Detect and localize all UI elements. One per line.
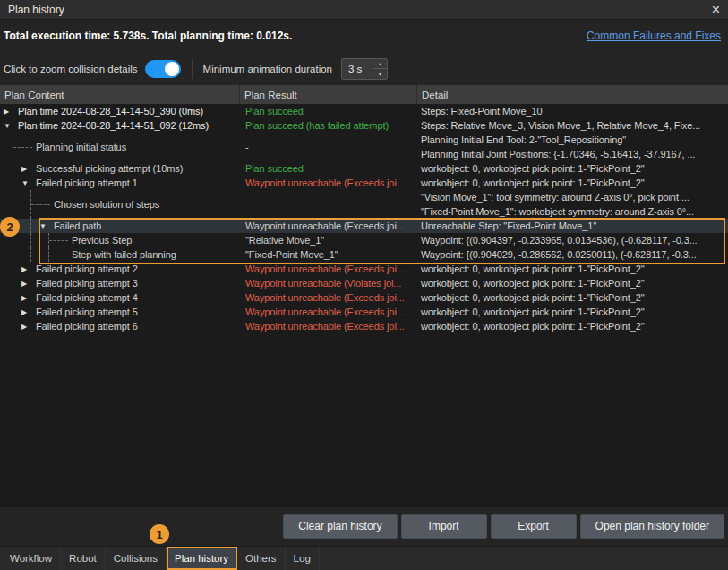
detail-line: workobject: 0, workobject pick point: 1-… — [421, 176, 726, 190]
tree-connector — [39, 190, 54, 219]
duration-value[interactable]: 3 s — [342, 59, 373, 79]
plan-result-cell: Waypoint unreachable (Exceeds joi... — [240, 176, 417, 190]
plan-result-cell: Plan succeed — [240, 104, 417, 118]
import-button[interactable]: Import — [401, 514, 487, 539]
window-title: Plan history — [8, 4, 64, 16]
detail-cell: workobject: 0, workobject pick point: 1-… — [417, 290, 728, 305]
detail-line: workobject: 0, workobject pick point: 1-… — [421, 290, 726, 305]
plan-row-failed-picking-attempt-5[interactable]: ▶Failed picking attempt 5Waypoint unreac… — [0, 305, 728, 319]
column-header-detail[interactable]: Detail — [417, 85, 728, 104]
plan-content-label: Plan time 2024-08-28_14-14-50_390 (0ms) — [18, 106, 203, 117]
plan-row-plan-time-2024-08-28-14-14-51-092-12ms[interactable]: ▼Plan time 2024-08-28_14-14-51_092 (12ms… — [0, 118, 728, 133]
tree-collapsed-icon[interactable]: ▶ — [21, 265, 36, 273]
tree-expanded-icon[interactable]: ▼ — [21, 179, 36, 187]
detail-line: Waypoint: {(0.904397, -0.233965, 0.01345… — [421, 233, 726, 247]
duration-spinbox[interactable]: 3 s ▴ ▾ — [341, 58, 388, 80]
tab-collisions[interactable]: Collisions — [106, 547, 167, 570]
plan-row-successful-picking-attempt-10ms[interactable]: ▶Successful picking attempt (10ms)Plan s… — [0, 161, 728, 176]
detail-cell: Steps: Fixed-Point Move_10 — [417, 104, 728, 118]
toggle-knob — [165, 62, 179, 76]
tree-collapsed-icon[interactable]: ▶ — [4, 108, 18, 116]
tab-others[interactable]: Others — [237, 547, 286, 570]
plan-result-cell — [240, 190, 417, 219]
plan-row-failed-picking-attempt-4[interactable]: ▶Failed picking attempt 4Waypoint unreac… — [0, 290, 728, 305]
tab-workflow[interactable]: Workflow — [2, 547, 61, 570]
tab-plan-history[interactable]: Plan history — [167, 547, 237, 570]
detail-cell: Planning Initial End Tool: 2-"Tool_Repos… — [417, 133, 728, 161]
spin-down-icon[interactable]: ▾ — [373, 69, 387, 79]
tree-guide — [4, 262, 21, 276]
plan-row-failed-picking-attempt-3[interactable]: ▶Failed picking attempt 3Waypoint unreac… — [0, 276, 728, 290]
zoom-collision-toggle[interactable] — [145, 60, 181, 78]
tree-collapsed-icon[interactable]: ▶ — [21, 165, 36, 173]
tree-connector — [21, 133, 36, 161]
detail-line: "Fixed-Point Move_1": workobject symmetr… — [421, 204, 726, 219]
plan-row-failed-picking-attempt-6[interactable]: ▶Failed picking attempt 6Waypoint unreac… — [0, 319, 728, 333]
plan-content-label: Planning initial status — [36, 142, 126, 152]
detail-cell: "Vision Move_1": tool symmetry: around Z… — [417, 190, 728, 219]
detail-line: workobject: 0, workobject pick point: 1-… — [421, 161, 726, 176]
plan-row-failed-picking-attempt-1[interactable]: ▼Failed picking attempt 1Waypoint unreac… — [0, 176, 728, 190]
detail-cell: workobject: 0, workobject pick point: 1-… — [417, 305, 728, 319]
detail-line: Steps: Fixed-Point Move_10 — [421, 104, 726, 118]
plan-row-failed-picking-attempt-2[interactable]: ▶Failed picking attempt 2Waypoint unreac… — [0, 262, 728, 276]
tree-guide — [21, 219, 39, 233]
plan-content-label: Failed path — [54, 220, 101, 231]
animation-duration-label: Minimum animation duration — [203, 64, 332, 74]
tree-guide — [4, 276, 21, 290]
tree-collapsed-icon[interactable]: ▶ — [21, 308, 36, 316]
tree-guide — [4, 290, 21, 305]
tree-expanded-icon[interactable]: ▼ — [4, 122, 18, 130]
tree-guide — [4, 247, 21, 262]
plan-result-cell: "Fixed-Point Move_1" — [240, 247, 417, 262]
spinner-buttons: ▴ ▾ — [373, 59, 387, 79]
detail-line: "Vision Move_1": tool symmetry: around Z… — [421, 190, 726, 204]
plan-row-chosen-solution-of-steps[interactable]: Chosen solution of steps"Vision Move_1":… — [0, 190, 728, 219]
plan-row-plan-time-2024-08-28-14-14-50-390-0ms[interactable]: ▶Plan time 2024-08-28_14-14-50_390 (0ms)… — [0, 104, 728, 118]
tree-guide — [4, 305, 21, 319]
tree-collapsed-icon[interactable]: ▶ — [21, 323, 36, 331]
open-plan-history-folder-button[interactable]: Open plan history folder — [580, 514, 724, 539]
detail-cell: Waypoint: {(0.904397, -0.233965, 0.01345… — [417, 233, 728, 247]
column-header-plan-content[interactable]: Plan Content — [0, 85, 240, 104]
tree-collapsed-icon[interactable]: ▶ — [21, 280, 36, 288]
spin-up-icon[interactable]: ▴ — [373, 59, 387, 70]
plan-result-cell: Plan succeed — [240, 161, 417, 176]
annotation-circle-1: 1 — [150, 524, 169, 544]
plan-row-failed-path[interactable]: ▼Failed pathWaypoint unreachable (Exceed… — [0, 219, 728, 233]
tab-log[interactable]: Log — [286, 547, 320, 570]
plan-row-planning-initial-status[interactable]: Planning initial status-Planning Initial… — [0, 133, 728, 161]
plan-result-cell: - — [240, 133, 417, 161]
detail-cell: workobject: 0, workobject pick point: 1-… — [417, 161, 728, 176]
common-failures-link[interactable]: Common Failures and Fixes — [587, 30, 721, 42]
total-time-text: Total execution time: 5.738s. Total plan… — [4, 30, 292, 42]
plan-result-cell: Waypoint unreachable (Exceeds joi... — [240, 290, 417, 305]
close-icon[interactable]: × — [712, 3, 720, 17]
detail-cell: Waypoint: {(0.904029, -0.286562, 0.02500… — [417, 247, 728, 262]
plan-row-step-with-failed-planning[interactable]: Step with failed planning"Fixed-Point Mo… — [0, 247, 728, 262]
summary-bar: Total execution time: 5.738s. Total plan… — [0, 20, 728, 52]
plan-content-label: Failed picking attempt 2 — [36, 263, 138, 274]
plan-history-panel: Plan history × Total execution time: 5.7… — [0, 0, 728, 570]
tab-robot[interactable]: Robot — [61, 547, 106, 570]
plan-content-label: Successful picking attempt (10ms) — [36, 163, 183, 174]
annotation-circle-2: 2 — [0, 217, 20, 237]
detail-line: workobject: 0, workobject pick point: 1-… — [421, 276, 726, 290]
detail-cell: workobject: 0, workobject pick point: 1-… — [417, 319, 728, 333]
plan-content-label: Failed picking attempt 4 — [36, 292, 138, 303]
plan-content-label: Failed picking attempt 1 — [36, 177, 138, 188]
tree-expanded-icon[interactable]: ▼ — [39, 222, 54, 230]
plan-content-label: Chosen solution of steps — [54, 199, 159, 210]
detail-cell: workobject: 0, workobject pick point: 1-… — [417, 276, 728, 290]
tree-guide — [4, 319, 21, 333]
plan-content-label: Failed picking attempt 5 — [36, 307, 138, 317]
detail-line: Planning Initial End Tool: 2-"Tool_Repos… — [421, 133, 726, 147]
export-button[interactable]: Export — [491, 514, 577, 539]
plan-result-cell: Waypoint unreachable (Exceeds joi... — [240, 319, 417, 333]
clear-plan-history-button[interactable]: Clear plan history — [283, 514, 397, 539]
plan-row-previous-step[interactable]: Previous Step"Relative Move_1"Waypoint: … — [0, 233, 728, 247]
column-header-plan-result[interactable]: Plan Result — [240, 85, 417, 104]
tree-connector — [57, 233, 72, 247]
detail-line: Unreachable Step: "Fixed-Point Move_1" — [421, 219, 726, 233]
tree-collapsed-icon[interactable]: ▶ — [21, 294, 36, 302]
